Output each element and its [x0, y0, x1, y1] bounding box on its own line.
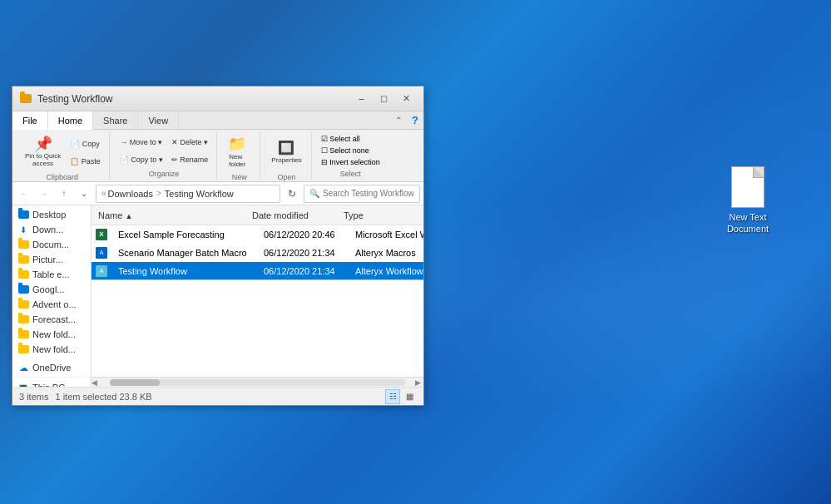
address-path[interactable]: « Downloads > Testing Workflow	[96, 185, 280, 203]
copy-button[interactable]: 📄 Copy	[67, 136, 104, 152]
ribbon-group-new: 📁 Newfolder New	[219, 131, 260, 180]
sidebar-new-folder-1-icon	[17, 329, 29, 340]
properties-button[interactable]: 🔲 Properties	[267, 133, 305, 171]
up-button[interactable]: ↑	[56, 185, 72, 202]
title-bar-icons	[19, 92, 32, 106]
window-title: Testing Workflow	[37, 93, 350, 105]
rename-button[interactable]: ✏ Rename	[168, 151, 212, 168]
sidebar-item-documents[interactable]: Docum...	[12, 237, 91, 252]
refresh-button[interactable]: ↻	[284, 185, 300, 202]
scroll-thumb[interactable]	[110, 379, 160, 386]
new-folder-button[interactable]: 📁 Newfolder	[224, 133, 250, 171]
new-label: New	[224, 171, 255, 181]
crumb-testing-workflow[interactable]: Testing Workflow	[165, 189, 234, 199]
sidebar-pictures-icon	[17, 254, 29, 265]
sidebar: Desktop ⬇ Down... Docum... Pictur...	[12, 205, 92, 387]
ribbon: File Home Share View ⌃ ? 📌 Pin t	[12, 111, 423, 182]
column-header-type[interactable]: Type	[337, 210, 420, 220]
sidebar-table-icon	[17, 269, 29, 280]
ribbon-collapse-button[interactable]: ⌃	[390, 111, 407, 128]
recent-locations-button[interactable]: ⌄	[76, 185, 92, 202]
excel-file-icon: X	[95, 228, 108, 241]
tab-file[interactable]: File	[12, 111, 48, 130]
column-header-date[interactable]: Date modified	[245, 210, 337, 220]
horizontal-scrollbar[interactable]: ◀ ▶	[92, 377, 423, 387]
ribbon-group-open: 🔲 Properties Open	[262, 131, 311, 180]
open-label: Open	[267, 171, 305, 181]
desktop-icon-label: New TextDocument	[727, 211, 769, 235]
sidebar-item-forecast[interactable]: Forecast...	[12, 312, 91, 327]
select-none-button[interactable]: ☐ Select none	[319, 146, 383, 156]
file-list: Name ▲ Date modified Type Size	[92, 205, 423, 377]
organize-buttons: → Move to ▾ 📄 Copy to ▾ ✕ Delete ▾ ✏ Ren…	[116, 133, 212, 168]
sidebar-item-new-folder-2[interactable]: New fold...	[12, 342, 91, 357]
delete-button[interactable]: ✕ Delete ▾	[168, 134, 212, 151]
sidebar-table-label: Table e...	[32, 269, 70, 279]
desktop-icon-new-text-document[interactable]: New TextDocument	[715, 166, 781, 235]
ribbon-tabs: File Home Share View ⌃ ?	[12, 111, 423, 130]
copy-to-button[interactable]: 📄 Copy to ▾	[116, 151, 166, 168]
large-icons-view-button[interactable]: ▦	[402, 389, 417, 404]
pin-icon: 📌	[34, 136, 52, 151]
sidebar-item-onedrive[interactable]: ☁ OneDrive	[12, 360, 91, 375]
scroll-track	[110, 379, 405, 386]
file-type-workflow: Alteryx Workflow	[349, 266, 423, 276]
search-box[interactable]: 🔍	[304, 185, 420, 203]
sidebar-forecast-icon	[17, 314, 29, 325]
scroll-left-button[interactable]: ◀	[92, 378, 100, 387]
scroll-right-button[interactable]: ▶	[415, 378, 423, 387]
sidebar-item-pictures[interactable]: Pictur...	[12, 252, 91, 267]
back-button[interactable]: ←	[16, 185, 32, 202]
sidebar-item-table[interactable]: Table e...	[12, 267, 91, 282]
file-row-testing-workflow[interactable]: A Testing Workflow 06/12/2020 21:34 Alte…	[92, 262, 423, 280]
sidebar-item-google[interactable]: Googl...	[12, 282, 91, 297]
column-header-size[interactable]: Size	[420, 210, 423, 220]
file-name-scenario: Scenario Manager Batch Macro	[111, 248, 257, 258]
properties-icon: 🔲	[278, 141, 294, 155]
sidebar-google-icon	[17, 284, 29, 295]
column-header-name[interactable]: Name ▲	[92, 210, 245, 220]
sidebar-item-desktop[interactable]: Desktop	[12, 207, 91, 222]
pin-to-quick-access-button[interactable]: 📌 Pin to Quickaccess	[21, 133, 65, 171]
sidebar-item-new-folder-1[interactable]: New fold...	[12, 327, 91, 342]
sidebar-advent-label: Advent o...	[32, 299, 77, 309]
file-name-workflow: Testing Workflow	[111, 266, 257, 276]
forward-button[interactable]: →	[36, 185, 52, 202]
title-bar: Testing Workflow ‒ ◻ ✕	[12, 86, 423, 111]
items-count: 3 items	[19, 392, 48, 402]
select-all-button[interactable]: ☑ Select all	[319, 134, 383, 144]
crumb-downloads[interactable]: Downloads	[108, 189, 153, 199]
file-type-scenario: Alteryx Macros	[349, 248, 423, 258]
file-date-workflow: 06/12/2020 21:34	[257, 266, 349, 276]
file-row-excel-sample[interactable]: X Excel Sample Forecasting 06/12/2020 20…	[92, 225, 423, 244]
tab-share[interactable]: Share	[93, 111, 138, 129]
file-list-empty-space	[92, 280, 423, 377]
sidebar-item-this-pc[interactable]: 💻 This PC	[12, 380, 91, 387]
invert-selection-button[interactable]: ⊟ Invert selection	[319, 157, 383, 167]
crumb-separator-2: >	[156, 189, 161, 198]
minimize-button[interactable]: ‒	[350, 91, 372, 107]
help-button[interactable]: ?	[407, 111, 423, 128]
sidebar-new-folder-2-label: New fold...	[32, 344, 76, 354]
file-name-excel: Excel Sample Forecasting	[111, 230, 257, 240]
maximize-button[interactable]: ◻	[373, 91, 394, 107]
close-button[interactable]: ✕	[395, 91, 417, 107]
details-view-button[interactable]: ☷	[385, 389, 400, 404]
file-row-scenario-manager[interactable]: A Scenario Manager Batch Macro 06/12/202…	[92, 244, 423, 262]
move-to-button[interactable]: → Move to ▾	[116, 134, 166, 151]
view-controls: ☷ ▦	[385, 389, 417, 404]
file-type-excel: Microsoft Excel W...	[349, 230, 423, 240]
sidebar-onedrive-label: OneDrive	[32, 363, 71, 373]
content-area: Desktop ⬇ Down... Docum... Pictur...	[12, 205, 423, 387]
select-buttons: ☑ Select all ☐ Select none ⊟ Invert sele…	[319, 133, 383, 168]
paste-button[interactable]: 📋 Paste	[67, 153, 104, 170]
search-input[interactable]	[323, 189, 428, 198]
text-document-icon	[731, 166, 764, 208]
tab-home[interactable]: Home	[48, 111, 93, 130]
sidebar-item-advent[interactable]: Advent o...	[12, 297, 91, 312]
sidebar-forecast-label: Forecast...	[32, 314, 76, 324]
crumb-separator-1: «	[101, 189, 106, 198]
sidebar-item-downloads[interactable]: ⬇ Down...	[12, 222, 91, 237]
tab-view[interactable]: View	[138, 111, 179, 129]
window-controls: ‒ ◻ ✕	[350, 91, 417, 107]
